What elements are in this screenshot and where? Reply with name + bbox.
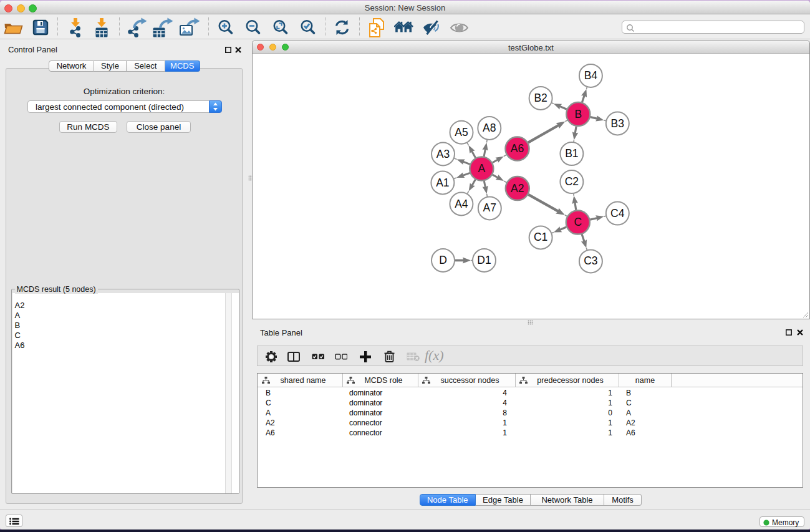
svg-text:A3: A3 [436, 147, 450, 160]
svg-text:B: B [574, 107, 582, 120]
svg-text:A4: A4 [455, 197, 468, 210]
svg-text:B2: B2 [534, 91, 547, 104]
svg-text:C: C [574, 216, 582, 228]
svg-text:B1: B1 [565, 147, 578, 160]
svg-text:D: D [439, 254, 447, 266]
svg-text:C4: C4 [610, 206, 625, 219]
svg-text:B4: B4 [584, 69, 598, 81]
svg-text:C1: C1 [534, 231, 547, 243]
svg-text:B3: B3 [611, 117, 624, 129]
svg-text:D1: D1 [477, 254, 491, 266]
svg-text:A6: A6 [511, 142, 524, 155]
svg-text:A: A [478, 162, 485, 175]
svg-text:A8: A8 [483, 121, 496, 133]
svg-text:C3: C3 [584, 254, 597, 267]
svg-text:A7: A7 [483, 201, 496, 214]
svg-text:A5: A5 [455, 125, 468, 138]
svg-text:A2: A2 [511, 181, 524, 194]
svg-text:A1: A1 [436, 176, 449, 188]
svg-text:C2: C2 [565, 175, 579, 188]
